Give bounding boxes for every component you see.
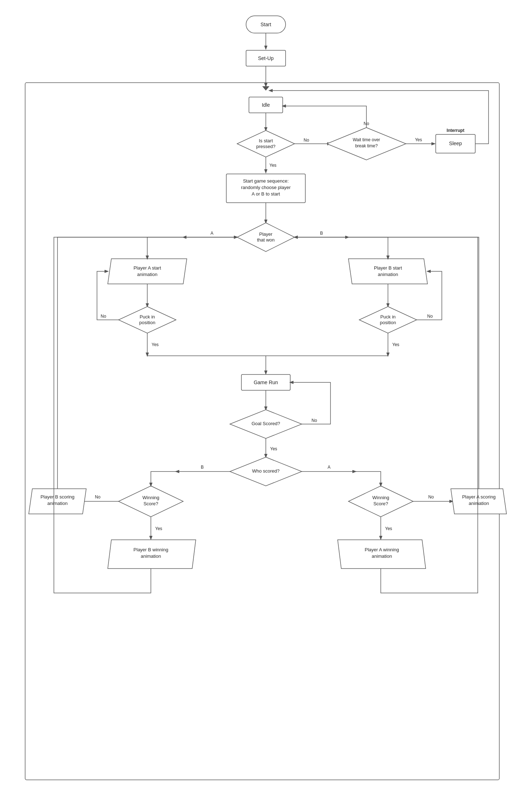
idle-label: Idle — [262, 102, 270, 108]
player-b-scoring-anim-label1: Player B scoring — [41, 494, 75, 500]
label-winscore-a-no: No — [428, 495, 434, 500]
label-winscore-b-no: No — [95, 495, 101, 500]
player-b-start-anim-node — [348, 259, 427, 284]
player-b-scoring-anim-label2: animation — [47, 501, 68, 506]
arrow-a-to-anim — [147, 237, 183, 259]
winning-score-a-label2: Score? — [373, 501, 388, 506]
label-won-b: B — [320, 231, 323, 236]
label-isstart-yes: Yes — [269, 163, 277, 168]
start-game-seq-label2: randomly choose player — [241, 185, 291, 190]
start-game-seq-label3: A or B to start — [252, 191, 280, 197]
is-start-pressed-label2: pressed? — [256, 144, 275, 149]
label-winscore-a-yes: Yes — [385, 526, 392, 531]
game-run-label: Game Run — [254, 380, 278, 385]
puck-pos-a-label1: Puck in — [140, 314, 155, 319]
player-a-start-anim-label1: Player A start — [134, 265, 161, 271]
sleep-label: Sleep — [449, 141, 462, 146]
player-a-start-anim-label2: animation — [137, 272, 157, 277]
arrow-b-to-anim — [348, 237, 388, 259]
label-scored-a: A — [328, 465, 330, 470]
label-won-a: A — [211, 231, 213, 236]
arrow-b-to-winscore — [151, 472, 176, 486]
flowchart-svg: Start Set-Up Idle Is start pressed? No W… — [0, 0, 532, 791]
winning-score-b-label1: Winning — [143, 495, 159, 500]
player-a-scoring-anim-label2: animation — [469, 501, 489, 506]
setup-label: Set-Up — [258, 55, 274, 61]
player-a-winning-anim-label2: animation — [372, 553, 392, 559]
player-b-winning-anim-label2: animation — [141, 553, 161, 559]
player-a-scoring-anim-label1: Player A scoring — [462, 494, 495, 500]
winning-score-b-label2: Score? — [143, 501, 158, 506]
is-start-pressed-label1: Is start — [259, 138, 273, 143]
goal-scored-label: Goal Scored? — [251, 421, 280, 426]
wait-time-label2: break time? — [355, 143, 378, 148]
label-winscore-b-yes: Yes — [155, 526, 162, 531]
loop-entry-marker — [262, 86, 269, 91]
label-scored-b: B — [201, 465, 204, 470]
wait-time-label1: Wait time over — [353, 137, 380, 142]
puck-pos-a-label2: position — [139, 320, 156, 325]
player-b-start-anim-label1: Player B start — [374, 265, 402, 271]
arrow-goal-no — [290, 382, 330, 424]
label-puck-b-yes: Yes — [392, 342, 399, 347]
label-puck-b-no: No — [427, 314, 433, 319]
player-b-start-anim-label2: animation — [378, 272, 398, 277]
flowchart-canvas: Start Set-Up Idle Is start pressed? No W… — [0, 0, 532, 791]
label-goal-yes: Yes — [270, 446, 277, 451]
label-goal-no: No — [311, 418, 317, 423]
label-puck-a-no: No — [101, 314, 106, 319]
puck-pos-b-label1: Puck in — [380, 314, 396, 319]
puck-pos-b-label2: position — [380, 320, 396, 325]
label-isstart-no: No — [304, 138, 309, 143]
who-scored-label: Who scored? — [252, 468, 280, 474]
start-game-seq-label1: Start game sequence: — [243, 178, 288, 184]
player-b-winning-anim-label1: Player B winning — [134, 547, 168, 552]
start-label: Start — [260, 22, 271, 27]
player-a-winning-anim-label1: Player A winning — [365, 547, 399, 552]
arrow-a-to-winscore — [356, 472, 381, 486]
interrupt-label: Interrupt — [447, 128, 464, 133]
winning-score-a-label1: Winning — [373, 495, 389, 500]
arrow-waittime-no-idle — [283, 106, 366, 128]
player-that-won-label1: Player — [259, 231, 273, 237]
player-that-won-label2: that won — [257, 237, 274, 243]
player-a-start-anim-node — [108, 259, 187, 284]
label-waittime-yes: Yes — [415, 137, 422, 142]
label-puck-a-yes: Yes — [152, 342, 159, 347]
